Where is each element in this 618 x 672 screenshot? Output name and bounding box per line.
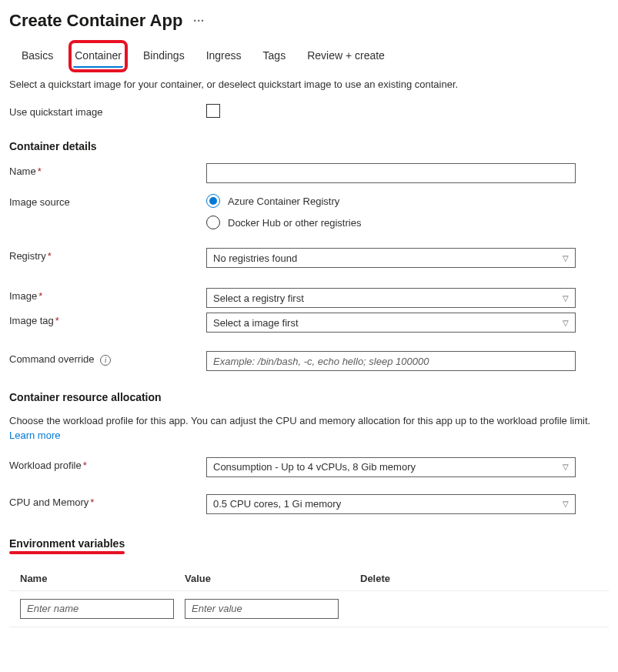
command-override-row: Command override i bbox=[9, 351, 609, 371]
cpu-memory-select[interactable]: 0.5 CPU cores, 1 Gi memory ▽ bbox=[206, 494, 576, 514]
resource-allocation-heading: Container resource allocation bbox=[9, 391, 609, 403]
page-title: Create Container App ··· bbox=[9, 11, 609, 31]
tab-review-create[interactable]: Review + create bbox=[306, 45, 386, 68]
required-star: * bbox=[38, 290, 42, 302]
page-title-text: Create Container App bbox=[9, 11, 182, 31]
cpu-memory-row: CPU and Memory* 0.5 CPU cores, 1 Gi memo… bbox=[9, 494, 609, 514]
radio-icon bbox=[206, 194, 220, 208]
chevron-down-icon: ▽ bbox=[563, 319, 569, 327]
env-table-header: Name Value Delete bbox=[9, 568, 609, 591]
chevron-down-icon: ▽ bbox=[563, 500, 569, 508]
env-col-name: Name bbox=[9, 573, 185, 584]
image-row: Image* Select a registry first ▽ bbox=[9, 288, 609, 308]
required-star: * bbox=[83, 460, 87, 471]
image-tag-row: Image tag* Select a image first ▽ bbox=[9, 313, 609, 333]
tab-ingress[interactable]: Ingress bbox=[205, 45, 243, 68]
radio-docker-label: Docker Hub or other registries bbox=[228, 217, 361, 229]
radio-acr[interactable]: Azure Container Registry bbox=[206, 194, 576, 208]
name-input[interactable] bbox=[206, 163, 576, 183]
command-override-input[interactable] bbox=[206, 351, 576, 371]
workload-profile-select[interactable]: Consumption - Up to 4 vCPUs, 8 Gib memor… bbox=[206, 457, 576, 477]
tab-bar: Basics Container Bindings Ingress Tags R… bbox=[9, 45, 609, 68]
name-label: Name bbox=[9, 165, 36, 177]
more-icon[interactable]: ··· bbox=[193, 15, 205, 27]
chevron-down-icon: ▽ bbox=[563, 463, 569, 471]
image-source-row: Image source Azure Container Registry Do… bbox=[9, 194, 609, 237]
tab-basics[interactable]: Basics bbox=[20, 45, 55, 68]
table-row bbox=[9, 591, 609, 627]
image-tag-select[interactable]: Select a image first ▽ bbox=[206, 313, 576, 333]
env-col-delete: Delete bbox=[360, 573, 609, 584]
radio-dockerhub[interactable]: Docker Hub or other registries bbox=[206, 216, 576, 229]
workload-profile-value: Consumption - Up to 4 vCPUs, 8 Gib memor… bbox=[213, 461, 416, 473]
workload-profile-row: Workload profile* Consumption - Up to 4 … bbox=[9, 457, 609, 477]
image-select[interactable]: Select a registry first ▽ bbox=[206, 288, 576, 308]
required-star: * bbox=[55, 315, 59, 326]
tab-tags[interactable]: Tags bbox=[262, 45, 288, 68]
image-source-label: Image source bbox=[9, 194, 206, 208]
workload-profile-label: Workload profile bbox=[9, 460, 82, 471]
env-col-value: Value bbox=[185, 573, 360, 584]
chevron-down-icon: ▽ bbox=[563, 294, 569, 303]
env-value-input[interactable] bbox=[185, 599, 339, 619]
tab-bindings[interactable]: Bindings bbox=[142, 45, 186, 68]
resource-alloc-text: Choose the workload profile for this app… bbox=[9, 415, 590, 426]
command-override-label: Command override bbox=[9, 353, 95, 365]
learn-more-link[interactable]: Learn more bbox=[9, 430, 60, 441]
required-star: * bbox=[38, 165, 42, 177]
radio-acr-label: Azure Container Registry bbox=[228, 196, 339, 207]
env-name-input[interactable] bbox=[20, 599, 174, 619]
env-vars-heading: Environment variables bbox=[9, 537, 609, 550]
chevron-down-icon: ▽ bbox=[563, 254, 569, 262]
registry-label: Registry bbox=[9, 250, 46, 262]
quickstart-checkbox[interactable] bbox=[206, 104, 220, 118]
radio-icon bbox=[206, 216, 220, 229]
highlight-underline bbox=[9, 551, 125, 554]
quickstart-row: Use quickstart image bbox=[9, 104, 609, 120]
image-tag-label: Image tag bbox=[9, 315, 54, 326]
registry-row: Registry* No registries found ▽ bbox=[9, 248, 609, 268]
info-icon[interactable]: i bbox=[100, 355, 111, 366]
name-row: Name* bbox=[9, 163, 609, 183]
image-tag-value: Select a image first bbox=[213, 317, 299, 329]
resource-allocation-helper: Choose the workload profile for this app… bbox=[9, 414, 609, 443]
tab-container[interactable]: Container bbox=[73, 45, 123, 68]
registry-select[interactable]: No registries found ▽ bbox=[206, 248, 576, 268]
image-value: Select a registry first bbox=[213, 293, 304, 304]
required-star: * bbox=[90, 496, 94, 508]
cpu-memory-label: CPU and Memory bbox=[9, 496, 89, 508]
registry-value: No registries found bbox=[213, 252, 297, 264]
intro-text: Select a quickstart image for your conta… bbox=[9, 79, 609, 90]
quickstart-label: Use quickstart image bbox=[9, 104, 206, 118]
image-label: Image bbox=[9, 290, 37, 302]
container-details-heading: Container details bbox=[9, 140, 609, 152]
env-vars-table: Name Value Delete bbox=[9, 568, 609, 627]
cpu-memory-value: 0.5 CPU cores, 1 Gi memory bbox=[213, 498, 341, 510]
required-star: * bbox=[48, 250, 52, 262]
